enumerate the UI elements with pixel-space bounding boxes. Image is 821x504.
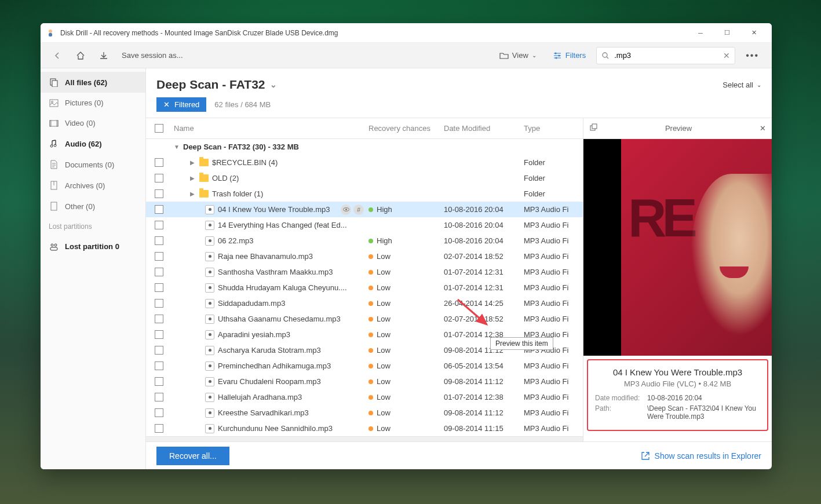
svg-rect-23 xyxy=(592,124,597,129)
file-type: MP3 Audio Fi xyxy=(524,361,583,370)
svg-point-13 xyxy=(50,145,53,147)
file-table[interactable]: Name Recovery chances Date Modified Type… xyxy=(146,118,583,441)
clear-search-icon[interactable]: ✕ xyxy=(723,51,730,60)
save-session-icon[interactable] xyxy=(94,46,114,65)
select-all-button[interactable]: Select all ⌄ xyxy=(723,81,761,89)
row-checkbox[interactable] xyxy=(155,315,163,323)
file-name: Santhosha Vasthram Maakku.mp3 xyxy=(218,268,333,276)
recovery-dot-icon xyxy=(368,317,373,322)
table-row[interactable]: ▶ Trash folder (1) Folder xyxy=(146,186,583,202)
preview-header: Preview ✕ xyxy=(583,118,772,139)
table-row[interactable]: Preminchedhan Adhikamuga.mp3 Low 06-05-2… xyxy=(146,358,583,374)
file-name: 14 Everything Has Changed (feat Ed... xyxy=(218,221,347,229)
save-session-label[interactable]: Save session as... xyxy=(117,51,188,60)
triangle-right-icon[interactable]: ▶ xyxy=(190,159,196,166)
sidebar-item-audio[interactable]: Audio (62) xyxy=(41,133,145,154)
header-checkbox[interactable] xyxy=(155,124,163,133)
svg-rect-1 xyxy=(49,33,52,36)
table-row[interactable]: Santhosha Vasthram Maakku.mp3 Low 01-07-… xyxy=(146,264,583,280)
table-row[interactable]: ▶ OLD (2) Folder xyxy=(146,170,583,186)
table-row[interactable]: Hallelujah Aradhana.mp3 Low 01-07-2014 1… xyxy=(146,389,583,405)
preview-action-icon[interactable] xyxy=(341,204,351,215)
table-group-row[interactable]: ▼ Deep Scan - FAT32 (30) - 332 MB xyxy=(146,139,583,155)
row-checkbox[interactable] xyxy=(155,236,163,245)
search-icon xyxy=(601,52,610,60)
documents-icon xyxy=(49,160,59,169)
close-button[interactable]: ✕ xyxy=(740,24,767,42)
view-button[interactable]: View ⌄ xyxy=(494,48,542,63)
sidebar-item-documents[interactable]: Documents (0) xyxy=(41,154,145,175)
row-checkbox[interactable] xyxy=(155,330,163,339)
home-button[interactable] xyxy=(71,46,90,65)
row-checkbox[interactable] xyxy=(155,299,163,308)
row-checkbox[interactable] xyxy=(155,283,163,292)
filters-button[interactable]: Filters xyxy=(547,48,592,63)
row-checkbox[interactable] xyxy=(155,174,163,182)
svg-rect-19 xyxy=(50,247,57,250)
col-recovery-header[interactable]: Recovery chances xyxy=(368,124,444,133)
sidebar-item-video[interactable]: Video (0) xyxy=(41,113,145,133)
row-checkbox[interactable] xyxy=(155,377,163,386)
file-type: MP3 Audio Fi xyxy=(524,283,583,292)
minimize-button[interactable]: ─ xyxy=(687,24,714,42)
table-row[interactable]: Uthsaha Gaanamu Chesedamu.mp3 Low 02-07-… xyxy=(146,311,583,327)
table-row[interactable]: Kurchundunu Nee Sannidhilo.mp3 Low 09-08… xyxy=(146,421,583,436)
row-checkbox[interactable] xyxy=(155,205,163,214)
row-checkbox[interactable] xyxy=(155,408,163,417)
recovery-dot-icon xyxy=(368,411,373,415)
row-checkbox[interactable] xyxy=(155,189,163,198)
popout-icon[interactable] xyxy=(589,123,597,133)
maximize-button[interactable]: ☐ xyxy=(714,24,740,42)
search-box[interactable]: ✕ xyxy=(596,47,735,64)
recovery-dot-icon xyxy=(368,286,373,290)
svg-rect-11 xyxy=(50,120,51,126)
table-row[interactable]: 14 Everything Has Changed (feat Ed... 10… xyxy=(146,217,583,233)
folder-icon xyxy=(199,174,209,182)
table-row[interactable]: Evaru Chudaleni Roopam.mp3 Low 09-08-201… xyxy=(146,374,583,389)
table-row[interactable]: Raja nee Bhavanamulo.mp3 Low 02-07-2014 … xyxy=(146,249,583,264)
audio-file-icon xyxy=(205,346,214,355)
sidebar-item-lost-partition[interactable]: Lost partition 0 xyxy=(41,236,145,257)
table-row[interactable]: Siddapadudam.mp3 Low 26-04-2014 14:25 MP… xyxy=(146,295,583,311)
table-row[interactable]: ▶ $RECYCLE.BIN (4) Folder xyxy=(146,155,583,170)
file-name: Kurchundunu Nee Sannidhilo.mp3 xyxy=(218,424,333,433)
search-input[interactable] xyxy=(614,51,718,60)
row-checkbox[interactable] xyxy=(155,221,163,229)
more-button[interactable]: ••• xyxy=(740,47,765,64)
table-row[interactable]: Shudda Hrudayam Kaluga Cheyunu.... Low 0… xyxy=(146,280,583,295)
triangle-right-icon[interactable]: ▶ xyxy=(190,191,196,197)
close-preview-icon[interactable]: ✕ xyxy=(760,124,766,133)
row-checkbox[interactable] xyxy=(155,361,163,370)
table-row[interactable]: 04 I Knew You Were Trouble.mp3 # High 10… xyxy=(146,202,583,217)
svg-point-2 xyxy=(554,52,556,54)
row-checkbox[interactable] xyxy=(155,252,163,261)
row-checkbox[interactable] xyxy=(155,393,163,401)
recovery-dot-icon xyxy=(368,426,373,431)
sidebar-item-other[interactable]: Other (0) xyxy=(41,196,145,217)
row-checkbox[interactable] xyxy=(155,346,163,355)
sidebar: All files (62) Pictures (0) Video (0) Au… xyxy=(41,68,146,469)
pictures-icon xyxy=(49,99,59,107)
sidebar-item-pictures[interactable]: Pictures (0) xyxy=(41,93,145,113)
row-checkbox[interactable] xyxy=(155,424,163,433)
hex-action-icon[interactable]: # xyxy=(353,204,364,215)
preview-path-label: Path: xyxy=(595,404,647,421)
scan-title[interactable]: Deep Scan - FAT32 ⌄ xyxy=(156,78,277,92)
col-date-header[interactable]: Date Modified xyxy=(444,124,524,133)
row-checkbox[interactable] xyxy=(155,268,163,276)
sidebar-item-archives[interactable]: Archives (0) xyxy=(41,175,145,196)
file-type: MP3 Audio Fi xyxy=(524,221,583,229)
svg-point-4 xyxy=(555,57,557,59)
col-type-header[interactable]: Type xyxy=(524,124,583,133)
horizontal-scrollbar[interactable] xyxy=(146,436,583,441)
triangle-right-icon[interactable]: ▶ xyxy=(190,175,196,181)
row-checkbox[interactable] xyxy=(155,158,163,167)
show-in-explorer-link[interactable]: Show scan results in Explorer xyxy=(641,451,761,461)
table-row[interactable]: Kreesthe Sarvadhikari.mp3 Low 09-08-2014… xyxy=(146,405,583,421)
sidebar-item-all-files[interactable]: All files (62) xyxy=(41,72,145,93)
back-button[interactable] xyxy=(48,46,67,65)
table-row[interactable]: 06 22.mp3 High 10-08-2016 20:04 MP3 Audi… xyxy=(146,233,583,249)
recover-all-button[interactable]: Recover all... xyxy=(156,447,229,465)
col-name-header[interactable]: Name xyxy=(172,124,368,133)
filtered-badge[interactable]: ✕ Filtered xyxy=(156,97,206,112)
